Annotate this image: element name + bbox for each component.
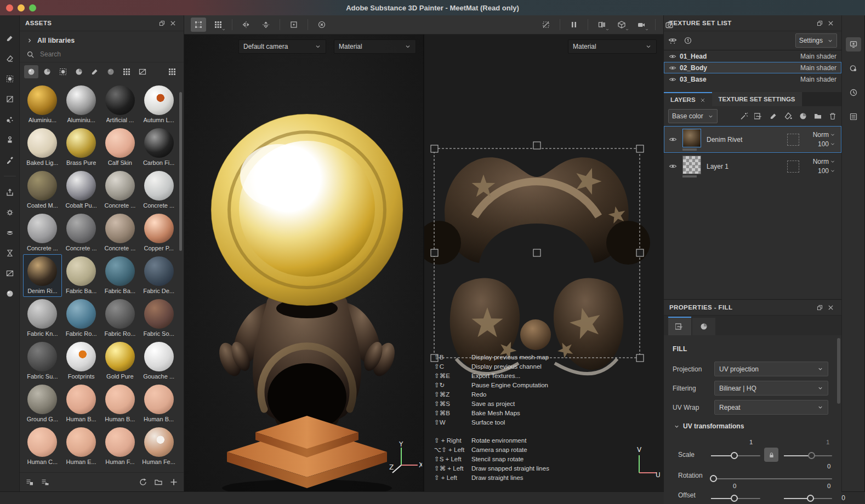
material-item[interactable]: Concrete ... (101, 211, 140, 254)
display-mode-cube-icon[interactable] (614, 18, 629, 32)
viewport-2d[interactable]: Material (424, 35, 663, 491)
tab-texture-set-settings[interactable]: TEXTURE SET SETTINGS (712, 92, 802, 106)
polygon-fill-tool-icon[interactable] (3, 93, 17, 106)
layer-thumbnail[interactable] (682, 156, 701, 174)
paint-tool-icon[interactable] (3, 32, 17, 45)
uv-transformations-header[interactable]: UV transformations (674, 422, 833, 430)
filter-alphas-icon[interactable] (104, 65, 118, 78)
material-item[interactable]: Human F... (101, 425, 140, 468)
material-item[interactable]: Baked Lig... (23, 126, 62, 169)
solo-visibility-icon[interactable] (684, 36, 692, 45)
filter-smart-materials-icon[interactable] (40, 65, 54, 78)
material-item[interactable]: Concrete ... (101, 169, 140, 211)
filter-filters-icon[interactable] (72, 65, 86, 78)
refresh-assets-icon[interactable] (139, 478, 147, 486)
material-item[interactable]: Concrete ... (62, 211, 101, 254)
material-item[interactable]: Human C... (23, 425, 62, 468)
add-effect-icon[interactable] (739, 112, 748, 121)
eraser-tool-icon[interactable] (3, 52, 17, 65)
float-panel-icon[interactable] (814, 302, 825, 313)
symmetry-vertical-icon[interactable] (258, 18, 274, 32)
material-item[interactable]: Aluminiu... (62, 83, 101, 126)
opacity-select[interactable]: 100 (818, 140, 835, 148)
visibility-eye-icon[interactable] (669, 53, 676, 60)
material-item[interactable]: Concrete ... (139, 169, 178, 211)
material-item[interactable]: Fabric Ro... (101, 297, 140, 340)
material-item[interactable]: Ground G... (23, 382, 62, 425)
material-item[interactable]: Calf Skin (101, 126, 140, 169)
settings-gear-icon[interactable] (3, 206, 17, 219)
close-tab-icon[interactable] (700, 96, 705, 103)
tab-fill-properties[interactable] (668, 317, 691, 335)
reset-view-icon[interactable] (314, 18, 329, 32)
material-item[interactable]: Fabric De... (139, 254, 178, 297)
add-asset-icon[interactable] (169, 478, 178, 486)
add-fill-layer-icon[interactable] (754, 112, 763, 121)
float-panel-icon[interactable] (814, 18, 825, 28)
grid-view-icon[interactable] (165, 65, 179, 78)
screenshot-icon[interactable] (662, 18, 677, 32)
material-item[interactable]: Footprints (62, 340, 101, 382)
projection-tool-icon[interactable] (3, 72, 17, 85)
material-item[interactable]: Denim Ri... (23, 254, 62, 297)
add-group-folder-icon[interactable] (813, 112, 822, 121)
close-panel-icon[interactable] (825, 302, 836, 313)
stencil-off-icon[interactable] (538, 18, 554, 32)
particles-tool-icon[interactable] (3, 113, 17, 126)
assets-scrollbar[interactable] (179, 92, 182, 251)
display-settings-icon[interactable] (846, 37, 861, 51)
properties-scrollbar[interactable] (837, 338, 840, 404)
history-icon[interactable] (846, 85, 861, 100)
material-item[interactable]: Fabric So... (139, 297, 178, 340)
material-item[interactable]: Gold Pure (101, 340, 140, 382)
material-item[interactable]: Carbon Fi... (139, 126, 178, 169)
material-item[interactable]: Aluminiu... (23, 83, 62, 126)
offset-slider-v[interactable] (784, 498, 832, 499)
material-item[interactable]: Fabric Ba... (62, 254, 101, 297)
texture-set-row[interactable]: 02_Body Main shader (664, 62, 841, 73)
material-item[interactable]: Fabric Su... (23, 340, 62, 382)
material-item[interactable]: Artificial ... (101, 83, 140, 126)
material-item[interactable]: Concrete ... (23, 211, 62, 254)
add-mask-icon[interactable] (784, 112, 793, 121)
export-resources-icon[interactable] (41, 478, 49, 486)
offset-slider-u[interactable] (711, 498, 760, 499)
filter-environments-icon[interactable] (135, 65, 150, 78)
float-panel-icon[interactable] (156, 18, 167, 28)
filter-textures-icon[interactable] (119, 65, 134, 78)
filter-brushes-icon[interactable] (88, 65, 102, 78)
filter-smart-masks-icon[interactable] (56, 65, 70, 78)
layer-thumbnail[interactable] (682, 129, 701, 147)
rotation-slider[interactable] (711, 478, 832, 479)
material-item[interactable]: Human B... (139, 382, 178, 425)
channel-select[interactable]: Base color (668, 109, 718, 123)
no-image-icon[interactable] (3, 267, 17, 280)
bake-pending-icon[interactable] (3, 247, 17, 260)
log-icon[interactable] (846, 110, 861, 124)
split-view-icon[interactable] (594, 18, 610, 32)
add-smart-material-icon[interactable] (799, 112, 807, 121)
viewport-3d[interactable]: Default camera Material (184, 35, 423, 491)
layer-row[interactable]: Layer 1 Norm 100 (664, 153, 841, 180)
material-item[interactable]: Gouache ... (139, 340, 178, 382)
tab-material-properties[interactable] (692, 318, 715, 335)
layer-visibility-eye-icon[interactable] (669, 162, 677, 170)
tab-layers[interactable]: LAYERS (664, 92, 712, 106)
material-item[interactable]: Human E... (62, 425, 101, 468)
material-item[interactable]: Brass Pure (62, 126, 101, 169)
add-paint-layer-icon[interactable] (769, 112, 778, 121)
material-item[interactable]: Coated M... (23, 169, 62, 211)
export-icon[interactable] (3, 186, 17, 199)
uv-wrap-select[interactable]: Repeat (714, 400, 828, 415)
filter-materials-icon[interactable] (24, 65, 38, 78)
delete-layer-icon[interactable] (828, 112, 837, 121)
material-item[interactable]: Fabric Ba... (101, 254, 140, 297)
material-item[interactable]: Fabric Ro... (62, 297, 101, 340)
filtering-select[interactable]: Bilinear | HQ (714, 381, 828, 396)
toggle-all-visibility-icon[interactable] (668, 36, 677, 45)
camera-mode-icon[interactable] (634, 18, 649, 32)
material-picker-tool-icon[interactable] (3, 153, 17, 167)
search-input[interactable] (39, 50, 151, 59)
blend-mode-select[interactable]: Norm (813, 158, 835, 165)
import-resources-icon[interactable] (25, 478, 34, 486)
